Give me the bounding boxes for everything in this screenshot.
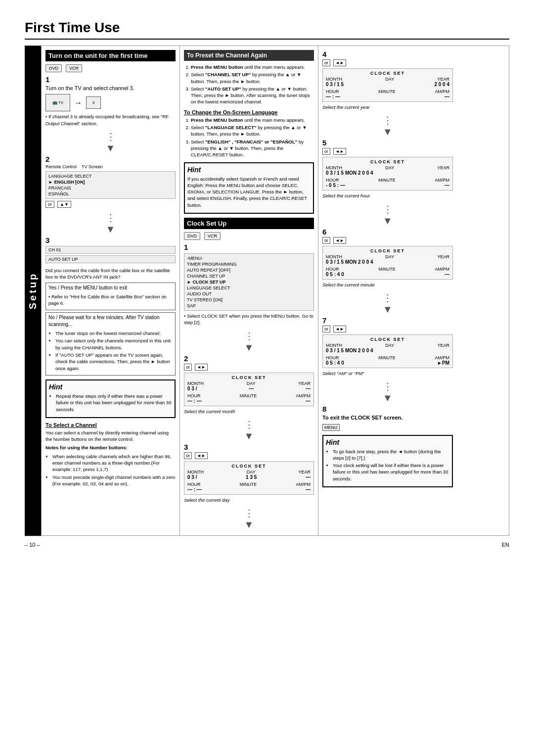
content-grid: Turn on the unit for the first time DVD … [41,46,509,536]
clock-display-6: CLOCK SET MONTH DAY YEAR 0 3 / 1 5 MON 2… [322,246,453,280]
footer: – 10 – EN [25,542,509,548]
step-1-label: 1 [45,75,176,84]
hint-title-col1: Hint [49,383,172,391]
page-title: First Time Use [25,20,509,40]
clock-step-2-label: 2 [184,354,314,363]
hint-box-col1: Hint Repeat these steps only if either t… [45,379,176,418]
day-label-6: DAY [385,254,394,259]
year-val-4: 2 0 0 4 [434,82,449,87]
preset-header: To Preset the Channel Again [184,50,314,61]
menu-sap: SAP [187,303,311,309]
clock-time-labels-5: HOUR MINUTE AM/PM [326,178,449,183]
menu-line-menu: -MENU- [187,255,311,261]
clock-display-4: CLOCK SET MONTH DAY YEAR 0 3 / 1 5 2 0 0… [322,68,453,102]
step-2-label: 2 [45,155,176,163]
clock-time-vals-7: 0 5 : 4 0 ►PM [326,360,449,366]
clock-step2-controls: or ◄► [184,364,314,371]
vcr-icon: VCR [66,64,82,72]
hint-col3-1: To go back one step, press the ◄ button … [333,448,449,462]
clock-dvd-icon: DVD [184,232,200,240]
month-val-4: 0 3 / 1 5 [326,82,344,87]
clock-time-labels-7: HOUR MINUTE AM/PM [326,355,449,360]
clock-step-3-label: 3 [184,443,314,451]
yes-box: Yes / Press the MENU button to exit • Re… [45,283,176,311]
minute-label-4: MINUTE [378,89,396,94]
menu-channel-setup: CHANNEL SET UP [187,273,311,279]
clock-step-1-block: 1 -MENU- TIMER PROGRAMMING AUTO REPEAT [… [184,243,314,326]
month-label-7: MONTH [326,343,342,348]
month-label-6: MONTH [326,254,342,259]
hint-bullet-col1-1: Repeat these steps only if either there … [56,393,172,413]
menu-audio: AUDIO OUT [187,291,311,297]
ch3-box: 3 [86,96,101,109]
day-label-3: DAY [247,470,256,474]
year-label-6: YEAR [437,254,449,259]
clock-arrow-3: ⋮▼ [184,507,314,530]
step5-or: or [322,148,330,155]
minute-label-3: MINUTE [240,482,257,487]
hour-val-5: - 0 5 : — [326,183,345,188]
month-label-5: MONTH [326,165,342,170]
hour-val-7: 0 5 : 4 0 [326,360,344,366]
clock-step-1-label: 1 [184,243,314,251]
month-val: 0 3 / [187,386,197,391]
step7-or: or [322,326,330,332]
clock-display-7: CLOCK SET MONTH DAY YEAR 0 3 / 1 5 MON 2… [322,334,453,368]
menu-lang: LANGUAGE SELECT [187,285,311,291]
select-channel-block: To Select a Channel You can select a cha… [45,422,176,487]
month-val-3: 0 3 / [187,474,197,480]
ampm-label-7: AM/PM [435,355,449,360]
hour-val-4: — : — [326,94,340,99]
clock-vals-5: 0 3 / 1 5 MON 2 0 0 4 [326,170,449,176]
no-text: No / Please wait for a few minutes. Afte… [48,314,173,328]
ampm-val-6: — [445,272,449,277]
step-2-block: 2 Remote Control TV Screen LANGUAGE SELE… [45,155,176,208]
no-bullet-3: If "AUTO SET UP" appears on the TV scree… [55,352,173,372]
ampm-label: AM/PM [296,393,311,398]
clock-step7-controls: or ◄► [322,326,453,332]
column-1: Turn on the unit for the first time DVD … [42,46,180,535]
minute-label-7: MINUTE [378,355,396,360]
ampm-label-6: AM/PM [435,267,449,272]
notes-title: Notes for using the Number buttons: [45,444,176,451]
clock-title-2: CLOCK SET [187,375,311,380]
lang-title: To Change the On-Screen Language [184,109,314,115]
clock-vals-2: 0 3 / — — [187,386,311,391]
day-label-7: DAY [385,343,394,348]
ampm-val-3: — [306,487,311,492]
main-content-area: Setup Turn on the unit for the first tim… [25,46,509,536]
preset-steps-list: Press the MENU button until the main men… [191,64,314,105]
en-label: EN [502,542,509,548]
clock-title-4: CLOCK SET [326,71,449,76]
clock-step3-controls: or ◄► [184,452,314,459]
clock-title-3: CLOCK SET [187,464,311,469]
yes-text: Yes / Press the MENU button to exit [48,284,173,291]
hour-label-3: HOUR [187,482,201,487]
dvd-icon: DVD [45,64,62,72]
clock-labels-6: MONTH DAY YEAR [326,254,449,259]
clock-step-3-block: 3 or ◄► CLOCK SET MONTH DAY YEAR 0 3 / 1… [184,443,314,503]
hint-box-col2: Hint If you accidentally select Spanish … [184,162,314,214]
clock-step-5-label: 5 [322,139,453,147]
clock-time-vals-2: — : — — [187,398,311,404]
step-3-label: 3 [45,236,176,244]
year-val-3: — [306,474,311,480]
col3-arrow-3: ⋮▼ [322,292,453,315]
step5-arrows: ◄► [333,148,346,155]
step7-arrows: ◄► [333,326,346,332]
clock-header: Clock Set Up [184,218,314,229]
step8-controls: MENU [322,424,453,431]
hour-val-6: 0 5 : 4 0 [326,272,344,277]
clock-time-labels-4: HOUR MINUTE AM/PM [326,89,449,94]
clock-labels-5: MONTH DAY YEAR [326,165,449,170]
yes-note: • Refer to "Hint for Cable Box or Satell… [48,293,173,307]
lang-step-1: Press the MENU button until the main men… [191,117,314,123]
clock6-caption: Select the current minute [322,282,453,288]
arrow-2: ⋮▼ [45,212,176,235]
hour-label-7: HOUR [326,355,339,360]
date-val-5: 0 3 / 1 5 MON 2 0 0 4 [326,170,373,176]
year-label-5: YEAR [437,165,449,170]
ampm-val-5: — [445,183,449,188]
clock-vals-4: 0 3 / 1 5 2 0 0 4 [326,82,449,87]
ampm-label-5: AM/PM [435,178,449,183]
